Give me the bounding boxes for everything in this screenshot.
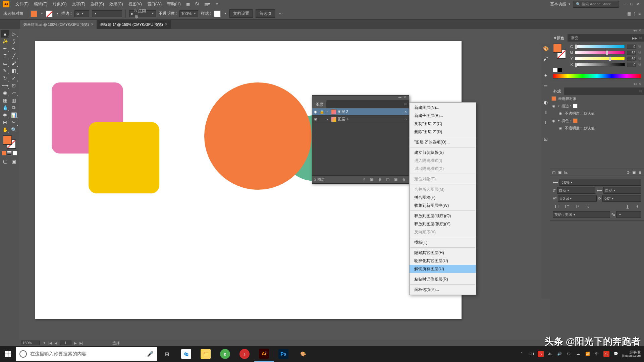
cyan-slider[interactable] [575, 45, 625, 48]
leading-combo[interactable]: 自动▼ [557, 187, 595, 194]
ctx-make-clip[interactable]: 建立剪切蒙版(S) [410, 148, 476, 157]
eraser-tool[interactable]: ◧ [9, 67, 18, 74]
tray-lang[interactable]: 中 [594, 351, 600, 357]
taskbar-music[interactable]: ♪ [235, 346, 254, 362]
menu-edit[interactable]: 编辑(E) [31, 1, 50, 7]
appear-stroke-swatch[interactable] [573, 104, 578, 108]
selection-tool[interactable]: ▲ [1, 30, 9, 38]
ctx-collect[interactable]: 收集到新图层中(W) [410, 201, 476, 209]
tray-notifications-icon[interactable]: 💬 [613, 351, 619, 357]
ctx-panel-options[interactable]: 面板选项(P)... [410, 286, 476, 294]
layers-panel[interactable]: ◂◂ ✕ 图层 ≡ ◉ 🔒 ▸ 图层 2 ○ ◉ ▸ 图层 1 ○ 2 图层 ↗… [312, 95, 409, 184]
maximize-button[interactable]: □ [629, 1, 635, 7]
eye-icon[interactable]: ◉ [558, 126, 563, 130]
chevron-down-icon[interactable]: ▼ [43, 342, 46, 345]
tray-up-icon[interactable]: ˄ [519, 351, 525, 357]
taskbar-store[interactable]: 🛍 [176, 346, 196, 362]
taskbar-photoshop[interactable]: Ps [274, 346, 293, 362]
nav-next-icon[interactable]: ▶ [74, 341, 77, 345]
shape-builder-tool[interactable]: ◉ [1, 89, 9, 97]
panel-collapse-icon[interactable]: ◂◂ [633, 29, 637, 33]
tray-wifi-icon[interactable]: 📶 [585, 351, 591, 357]
zoom-input[interactable]: 150% [21, 341, 40, 345]
expand-icon[interactable]: ▸ [325, 110, 330, 113]
stroke-weight-input[interactable]: ≎ ▼ [74, 10, 89, 17]
black-swatch[interactable] [557, 68, 562, 72]
mic-icon[interactable]: 🎤 [147, 351, 154, 357]
panel-collapse-icon[interactable]: ◂◂ [633, 82, 637, 86]
make-clip-icon[interactable]: ▣ [369, 177, 375, 182]
eyedropper-tool[interactable]: 💧 [1, 104, 9, 111]
menu-help[interactable]: 帮助(H) [164, 1, 183, 7]
panel-icon-transparency[interactable]: ◐ [541, 97, 550, 107]
chevron-down-icon[interactable]: ▼ [41, 12, 43, 15]
nav-last-icon[interactable]: ▶| [79, 341, 83, 345]
eye-icon[interactable]: ◉ [551, 119, 556, 123]
tray-volume-icon[interactable]: 🔊 [556, 351, 562, 357]
brush-combo[interactable]: ● 5 点圆形▼ [129, 10, 156, 17]
add-effect-icon[interactable]: fx. [564, 171, 568, 175]
panel-icon-align[interactable]: ⫴ [541, 107, 550, 117]
artboard-nav-input[interactable]: 1 [60, 341, 71, 345]
taskbar-browser[interactable]: e [215, 346, 235, 362]
fill-stroke-indicator[interactable] [3, 135, 16, 149]
locate-layer-icon[interactable]: ↗ [361, 177, 367, 182]
nav-first-icon[interactable]: |◀ [48, 341, 52, 345]
blend-tool[interactable]: ⧉ [9, 104, 18, 111]
target-icon[interactable]: ○ [402, 110, 409, 114]
layer-row-1[interactable]: ◉ ▸ 图层 1 ○ [312, 116, 409, 123]
white-swatch[interactable] [553, 68, 557, 72]
width-tool[interactable]: ⟿ [1, 82, 9, 89]
rectangle-tool[interactable]: ▭ [1, 60, 9, 67]
ctx-hide-others[interactable]: 隐藏其它图层(H) [410, 249, 476, 257]
search-stock-input[interactable]: 🔍 搜索 Adobe Stock [573, 1, 620, 8]
menu-effect[interactable]: 效果(C) [107, 1, 126, 7]
eye-icon[interactable]: ◉ [312, 110, 319, 114]
menu-view[interactable]: 视图(V) [126, 1, 145, 7]
gradient-tool[interactable]: ▥ [9, 97, 18, 104]
free-transform-tool[interactable]: ⊡ [9, 82, 18, 89]
doc-tab-1[interactable]: 效果封面.ai @ 100% (CMYK/GPU 预览) × [20, 20, 97, 29]
screen-mode-normal[interactable]: ▢ [1, 158, 9, 165]
ctx-copy-layer[interactable]: 复制"图层 2"(C) [410, 120, 476, 128]
taskbar-explorer[interactable]: 📁 [196, 346, 215, 362]
lasso-tool[interactable]: ⟆ [9, 38, 18, 45]
delete-icon[interactable]: 🗑 [638, 171, 642, 175]
toolbar-arrange-icon[interactable]: ▤▾ [202, 2, 213, 6]
gradient-mode-icon[interactable] [7, 151, 12, 156]
panel-menu-icon[interactable]: ▸▸ ≡ [630, 35, 644, 41]
antialias-combo[interactable]: ▼ [616, 211, 641, 218]
chevron-down-icon[interactable]: ▼ [56, 12, 59, 15]
add-stroke-icon[interactable]: ▢ [552, 170, 555, 175]
expand-icon[interactable]: ▾ [558, 105, 559, 108]
taskbar-paint[interactable]: 🎨 [293, 346, 313, 362]
ctx-outline-others[interactable]: 轮廓化其它图层(U) [410, 257, 476, 265]
color-mode-icon[interactable] [2, 151, 6, 156]
toolbar-gpu-icon[interactable]: ✦ [213, 2, 221, 6]
rotate-combo[interactable]: ≎ 0°▼ [602, 195, 641, 202]
ctx-paste-remember[interactable]: 粘贴时记住图层(R) [410, 275, 476, 283]
zoom-tool[interactable]: 🔍 [9, 126, 18, 133]
tab-appearance[interactable]: 外观 [550, 87, 564, 95]
preferences-button[interactable]: 首选项 [256, 9, 275, 18]
stroke-swatch[interactable] [46, 10, 53, 17]
hand-tool[interactable]: ✋ [1, 126, 9, 133]
menu-object[interactable]: 对象(O) [50, 1, 69, 7]
width-profile-combo[interactable]: ▼ [92, 10, 122, 17]
control-menu-icon[interactable]: ≡ [638, 11, 641, 16]
nav-prev-icon[interactable]: ◀ [55, 341, 57, 345]
cyan-value[interactable]: 0 [627, 45, 636, 49]
symbol-sprayer-tool[interactable]: ✱ [1, 111, 9, 119]
allcaps-button[interactable]: TT [553, 203, 561, 210]
panel-icon-transform[interactable]: T [541, 117, 550, 127]
task-view-button[interactable]: ⊞ [157, 346, 176, 362]
panel-menu-icon[interactable]: ≡ [637, 88, 644, 94]
ctx-flatten[interactable]: 拼合图稿(F) [410, 193, 476, 201]
menu-file[interactable]: 文件(F) [13, 1, 31, 7]
document-setup-button[interactable]: 文档设置 [229, 9, 253, 18]
panel-menu-icon[interactable]: ≡ [402, 101, 409, 107]
fill-swatch[interactable] [31, 10, 37, 17]
style-swatch[interactable] [214, 10, 221, 17]
ctx-unlock-all[interactable]: 解锁所有图层(U) [410, 265, 476, 273]
pen-tool[interactable]: ✒ [1, 45, 9, 52]
